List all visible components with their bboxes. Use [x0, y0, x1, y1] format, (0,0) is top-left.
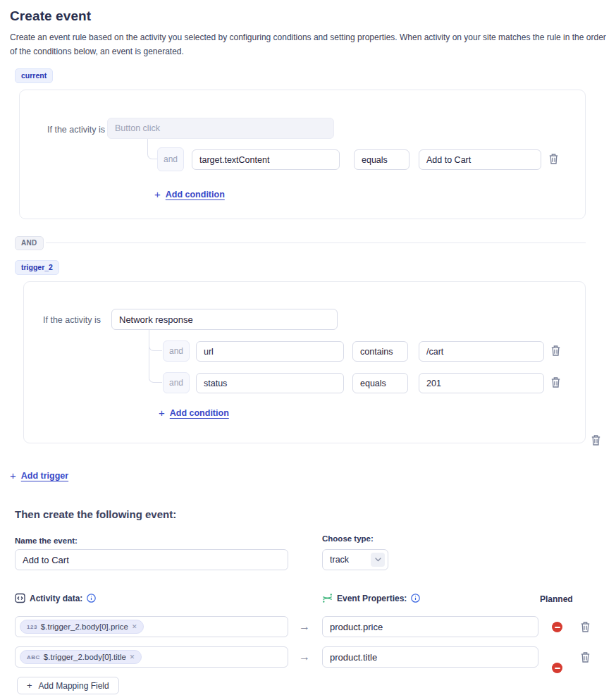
trash-icon — [551, 345, 560, 356]
arrow-right-icon: → — [299, 651, 310, 663]
event-section-heading: Then create the following event: — [15, 508, 176, 520]
trigger-card-2-wrap: If the activity is and and — [23, 281, 605, 448]
activity-type-input[interactable] — [111, 309, 338, 330]
mapping-pill: ABC $.trigger_2.body[0].title ✕ — [20, 650, 142, 664]
planned-header: Planned — [540, 594, 573, 604]
delete-mapping-button[interactable] — [581, 622, 590, 632]
trash-icon — [551, 377, 560, 388]
condition-value-input[interactable] — [419, 149, 541, 170]
add-condition-link[interactable]: + Add condition — [159, 407, 229, 419]
info-icon[interactable] — [87, 594, 96, 603]
activity-type-input[interactable] — [107, 118, 334, 139]
create-event-page: Create event Create an event rule based … — [0, 0, 616, 700]
plus-icon: + — [27, 680, 32, 691]
activity-data-input[interactable]: ABC $.trigger_2.body[0].title ✕ — [15, 646, 288, 668]
condition-operator-input[interactable] — [352, 373, 408, 393]
add-trigger-link[interactable]: + Add trigger — [10, 469, 68, 481]
trigger-badge-current: current — [15, 68, 53, 83]
name-event-label: Name the event: — [15, 536, 78, 545]
trigger-badge-2: trigger_2 — [15, 260, 59, 275]
activity-data-header: Activity data: — [15, 593, 96, 603]
trigger-card-2: If the activity is and and — [23, 281, 586, 443]
unplanned-icon[interactable] — [552, 663, 562, 673]
mapping-pill: 123 $.trigger_2.body[0].price ✕ — [20, 620, 144, 634]
add-condition-link[interactable]: + Add condition — [154, 188, 225, 200]
condition-connector — [149, 330, 162, 383]
event-property-input[interactable] — [322, 646, 538, 668]
event-properties-header: Event Properties: — [322, 593, 420, 603]
choose-type-label: Choose type: — [322, 534, 374, 543]
delete-condition-button[interactable] — [551, 377, 560, 388]
delete-mapping-button[interactable] — [581, 652, 590, 663]
activity-label: If the activity is — [47, 125, 105, 135]
plus-icon: + — [159, 407, 165, 419]
delete-condition-button[interactable] — [549, 154, 558, 164]
event-type-select[interactable]: track — [322, 549, 388, 570]
page-description: Create an event rule based on the activi… — [10, 31, 609, 59]
condition-value-input[interactable] — [419, 373, 544, 393]
delete-trigger-button[interactable] — [591, 435, 600, 446]
close-icon[interactable]: ✕ — [132, 623, 137, 630]
condition-operator-input[interactable] — [352, 341, 408, 362]
and-chip: and — [163, 340, 190, 362]
activity-label: If the activity is — [43, 315, 101, 325]
page-title: Create event — [10, 8, 91, 24]
segment-icon — [322, 593, 333, 603]
condition-field-input[interactable] — [196, 341, 344, 362]
code-icon — [15, 593, 25, 603]
trash-icon — [591, 435, 600, 446]
divider-line — [46, 242, 586, 243]
plus-icon: + — [154, 188, 161, 200]
condition-field-input[interactable] — [192, 149, 340, 170]
delete-condition-button[interactable] — [551, 345, 560, 356]
and-chip: and — [163, 372, 190, 393]
event-property-input[interactable] — [322, 616, 538, 637]
and-divider-chip: AND — [15, 236, 44, 250]
unplanned-icon[interactable] — [552, 622, 562, 632]
add-mapping-field-button[interactable]: + Add Mapping Field — [17, 677, 119, 694]
close-icon[interactable]: ✕ — [130, 653, 135, 661]
activity-data-input[interactable]: 123 $.trigger_2.body[0].price ✕ — [15, 616, 288, 637]
trash-icon — [549, 154, 558, 164]
and-chip: and — [157, 147, 184, 171]
plus-icon: + — [10, 469, 16, 481]
trash-icon — [581, 622, 590, 632]
condition-connector — [147, 139, 157, 159]
trigger-card-1: If the activity is and + Add condition — [19, 90, 586, 219]
trash-icon — [581, 652, 590, 663]
condition-field-input[interactable] — [196, 373, 344, 393]
chevron-down-icon[interactable] — [371, 553, 385, 567]
info-icon[interactable] — [411, 594, 420, 603]
condition-operator-input[interactable] — [354, 149, 409, 170]
condition-value-input[interactable] — [419, 341, 544, 362]
event-name-input[interactable] — [15, 549, 288, 570]
arrow-right-icon: → — [299, 620, 310, 633]
